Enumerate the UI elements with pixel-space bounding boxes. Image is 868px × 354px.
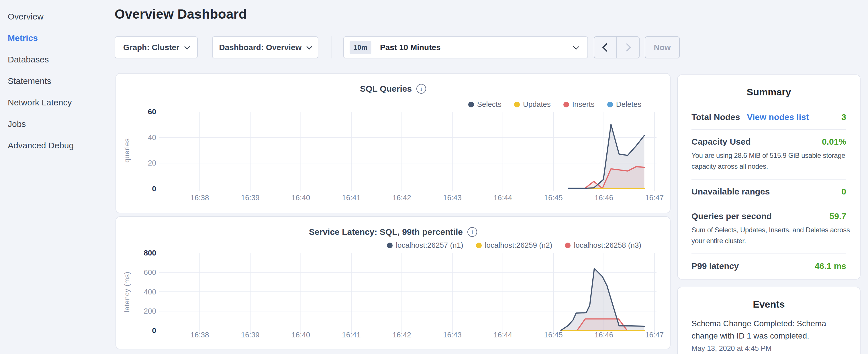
time-step-back-button[interactable]: [594, 37, 616, 58]
view-nodes-list-link[interactable]: View nodes list: [747, 112, 809, 122]
svg-text:latency (ms): latency (ms): [123, 271, 131, 313]
svg-text:16:39: 16:39: [241, 193, 260, 202]
svg-text:40: 40: [148, 133, 156, 142]
svg-text:16:39: 16:39: [241, 330, 260, 339]
events-panel: Events Schema Change Completed: Schema c…: [677, 287, 861, 354]
svg-text:20: 20: [148, 159, 156, 167]
summary-label: P99 latency: [691, 261, 739, 271]
summary-row-unavailable-ranges: Unavailable ranges 0: [691, 179, 846, 204]
summary-label: Queries per second: [691, 212, 772, 221]
svg-text:800: 800: [144, 249, 156, 257]
svg-text:0: 0: [152, 326, 156, 335]
time-range-dropdown[interactable]: 10m Past 10 Minutes: [343, 36, 588, 58]
chevron-left-icon: [602, 43, 611, 52]
summary-value: 3: [841, 112, 846, 122]
svg-text:0: 0: [152, 185, 156, 193]
sidebar-item-overview[interactable]: Overview: [0, 6, 115, 27]
svg-text:queries: queries: [123, 138, 131, 163]
svg-text:16:38: 16:38: [190, 193, 209, 202]
time-range-label: Past 10 Minutes: [380, 43, 441, 52]
svg-text:16:43: 16:43: [443, 330, 462, 339]
svg-text:16:42: 16:42: [393, 330, 411, 339]
dashboard-dropdown-label: Dashboard: Overview: [219, 43, 302, 52]
svg-text:16:38: 16:38: [190, 330, 209, 339]
event-list-item[interactable]: Schema Change Completed: Schema change w…: [691, 317, 846, 353]
summary-value: 0.01%: [822, 137, 846, 147]
sql-queries-chart-card: SQL Queries i SelectsUpdatesInsertsDelet…: [116, 73, 671, 213]
svg-text:16:44: 16:44: [493, 330, 512, 339]
sidebar-item-metrics[interactable]: Metrics: [0, 27, 115, 49]
svg-text:60: 60: [148, 107, 156, 116]
summary-subtext: Sum of Selects, Updates, Inserts, and De…: [691, 225, 858, 246]
svg-text:16:41: 16:41: [342, 193, 361, 202]
svg-text:16:40: 16:40: [291, 330, 310, 339]
summary-value: 59.7: [830, 212, 846, 221]
time-range-badge: 10m: [350, 41, 371, 54]
page-title: Overview Dashboard: [115, 6, 247, 22]
svg-text:200: 200: [144, 307, 156, 315]
summary-label: Capacity Used: [691, 137, 751, 147]
dashboard-dropdown[interactable]: Dashboard: Overview: [212, 36, 318, 58]
events-title: Events: [691, 299, 846, 310]
sidebar: Overview Metrics Databases Statements Ne…: [0, 6, 115, 156]
summary-row-capacity-used: Capacity Used 0.01% You are using 28.6 M…: [691, 129, 846, 179]
svg-text:16:45: 16:45: [544, 330, 563, 339]
svg-text:16:41: 16:41: [342, 330, 361, 339]
service-latency-chart-card: Service Latency: SQL, 99th percentile i …: [116, 216, 671, 349]
sidebar-item-databases[interactable]: Databases: [0, 49, 115, 70]
summary-value: 46.1 ms: [815, 261, 846, 271]
chevron-right-icon: [623, 43, 631, 52]
svg-text:16:40: 16:40: [291, 193, 310, 202]
summary-value: 0: [841, 187, 846, 196]
sql-queries-chart[interactable]: 16:3816:3916:4016:4116:4216:4316:4416:45…: [116, 74, 671, 214]
svg-text:16:44: 16:44: [493, 193, 512, 202]
sidebar-item-statements[interactable]: Statements: [0, 70, 115, 92]
svg-text:16:46: 16:46: [595, 193, 613, 202]
chevron-down-icon: [307, 44, 312, 50]
graph-dropdown-label: Graph: Cluster: [123, 43, 179, 52]
svg-text:600: 600: [144, 268, 156, 277]
event-text: Schema Change Completed: Schema change w…: [691, 317, 829, 342]
svg-text:16:46: 16:46: [595, 330, 613, 339]
summary-label: Total Nodes: [691, 112, 740, 122]
svg-text:16:47: 16:47: [645, 330, 664, 339]
svg-text:16:47: 16:47: [645, 193, 664, 202]
summary-panel: Summary Total Nodes View nodes list 3 Ca…: [677, 74, 861, 280]
now-button[interactable]: Now: [645, 36, 680, 58]
chevron-down-icon: [573, 43, 579, 50]
sidebar-item-network-latency[interactable]: Network Latency: [0, 92, 115, 113]
summary-title: Summary: [691, 87, 846, 98]
overview-dashboard-page: Overview Metrics Databases Statements Ne…: [0, 0, 868, 354]
svg-text:400: 400: [144, 288, 156, 296]
event-timestamp: May 13, 2020 at 4:45 PM: [691, 344, 846, 353]
summary-subtext: You are using 28.6 MiB of 515.9 GiB usab…: [691, 150, 858, 172]
summary-row-queries-per-second: Queries per second 59.7 Sum of Selects, …: [691, 204, 846, 254]
svg-text:16:43: 16:43: [443, 193, 462, 202]
sidebar-item-advanced-debug[interactable]: Advanced Debug: [0, 135, 115, 156]
svg-text:16:45: 16:45: [544, 193, 563, 202]
chevron-down-icon: [184, 44, 190, 50]
graph-dropdown[interactable]: Graph: Cluster: [115, 36, 198, 58]
summary-label: Unavailable ranges: [691, 187, 770, 196]
time-step-forward-button[interactable]: [616, 37, 639, 58]
toolbar-divider: [332, 36, 332, 58]
time-step-buttons: [594, 36, 640, 58]
summary-row-p99-latency: P99 latency 46.1 ms: [691, 254, 846, 278]
sidebar-item-jobs[interactable]: Jobs: [0, 113, 115, 135]
svg-text:16:42: 16:42: [393, 193, 411, 202]
summary-row-total-nodes: Total Nodes View nodes list 3: [691, 105, 846, 129]
service-latency-chart[interactable]: 16:3816:3916:4016:4116:4216:4316:4416:45…: [116, 217, 671, 350]
